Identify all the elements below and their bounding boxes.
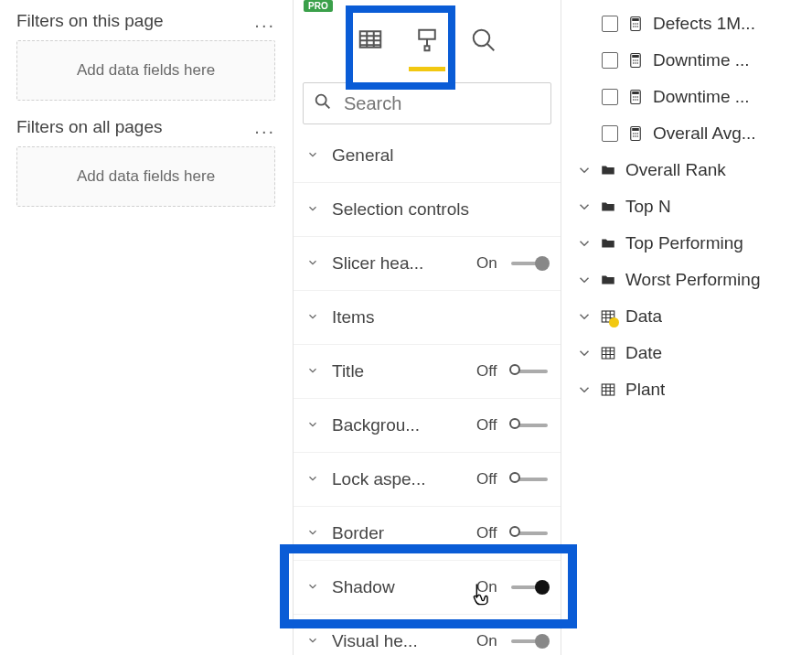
format-section-selection-controls[interactable]: Selection controls — [294, 182, 561, 236]
field-label: Downtime ... — [653, 87, 750, 107]
field-measure[interactable]: Overall Avg... — [571, 115, 803, 152]
field-folder[interactable]: Top N — [571, 188, 803, 225]
folder-icon — [600, 199, 616, 215]
toggle-switch[interactable] — [511, 578, 548, 596]
calculator-icon — [627, 125, 644, 142]
search-icon — [313, 91, 333, 115]
svg-point-23 — [635, 96, 636, 98]
chevron-down-icon — [306, 577, 321, 597]
calculator-icon — [627, 52, 644, 69]
chevron-down-icon[interactable] — [576, 199, 593, 215]
filters-all-dropzone[interactable]: Add data fields here — [16, 146, 275, 207]
field-measure[interactable]: Defects 1M... — [571, 5, 803, 42]
format-section-slicer-hea-[interactable]: Slicer hea...On — [294, 236, 561, 290]
svg-point-31 — [635, 133, 636, 134]
field-folder[interactable]: Overall Rank — [571, 152, 803, 188]
chevron-down-icon — [306, 469, 321, 489]
calculator-icon — [627, 89, 644, 105]
svg-point-30 — [633, 133, 635, 134]
chevron-down-icon[interactable] — [576, 235, 593, 252]
toggle-switch[interactable] — [511, 362, 548, 381]
pro-badge: PRO — [304, 0, 333, 12]
fields-tab-icon[interactable] — [348, 18, 392, 62]
svg-point-10 — [635, 26, 636, 27]
format-section-visual-he-[interactable]: Visual he...On — [294, 614, 561, 655]
format-section-label: Shadow — [332, 577, 476, 597]
format-search-input[interactable] — [342, 92, 541, 115]
toggle-switch[interactable] — [511, 524, 548, 542]
svg-rect-21 — [632, 91, 639, 94]
chevron-down-icon[interactable] — [576, 381, 593, 398]
analytics-tab-icon[interactable] — [462, 18, 506, 62]
format-section-lock-aspe-[interactable]: Lock aspe...Off — [294, 452, 561, 506]
toggle-switch[interactable] — [511, 416, 548, 435]
toggle-state-label: Off — [476, 470, 504, 489]
format-tab-icon[interactable] — [405, 18, 449, 62]
filters-all-drop-hint: Add data fields here — [77, 167, 215, 185]
svg-point-3 — [316, 95, 326, 105]
format-section-general[interactable]: General — [294, 128, 561, 182]
toggle-state-label: Off — [476, 362, 504, 381]
format-search[interactable] — [303, 82, 551, 124]
svg-point-8 — [637, 23, 639, 25]
svg-point-24 — [637, 96, 639, 98]
chevron-down-icon — [306, 253, 321, 274]
field-label: Date — [625, 343, 662, 363]
toggle-switch[interactable] — [511, 254, 548, 273]
field-folder[interactable]: Top Performing — [571, 225, 803, 262]
svg-point-19 — [637, 62, 639, 64]
table-icon — [600, 345, 616, 361]
format-section-shadow[interactable]: ShadowOn — [294, 560, 561, 614]
filters-page-title: Filters on this page — [16, 11, 164, 31]
svg-point-22 — [633, 96, 635, 98]
svg-point-26 — [635, 99, 636, 101]
calculator-icon — [627, 16, 644, 32]
field-checkbox[interactable] — [602, 89, 618, 105]
field-measure[interactable]: Downtime ... — [571, 42, 803, 79]
format-section-backgrou-[interactable]: Backgrou...Off — [294, 398, 561, 452]
toggle-state-label: On — [476, 254, 504, 273]
field-checkbox[interactable] — [602, 16, 618, 32]
field-table[interactable]: Plant — [571, 371, 803, 408]
format-section-label: Items — [332, 307, 548, 328]
chevron-down-icon[interactable] — [576, 308, 593, 325]
svg-point-35 — [637, 135, 639, 137]
field-measure[interactable]: Downtime ... — [571, 79, 803, 115]
field-table[interactable]: Date — [571, 335, 803, 371]
svg-point-33 — [633, 135, 635, 137]
chevron-down-icon — [306, 523, 321, 543]
svg-point-32 — [637, 133, 639, 134]
svg-point-18 — [635, 62, 636, 64]
field-checkbox[interactable] — [602, 125, 618, 142]
table-icon — [600, 381, 616, 398]
filters-page-dropzone[interactable]: Add data fields here — [16, 40, 275, 101]
field-table[interactable]: Data — [571, 298, 803, 335]
filters-pane: Filters on this page ... Add data fields… — [0, 0, 293, 655]
format-pane: GeneralSelection controlsSlicer hea...On… — [293, 0, 561, 655]
filters-page-more-icon[interactable]: ... — [254, 12, 275, 30]
filters-page-drop-hint: Add data fields here — [77, 61, 215, 79]
format-section-items[interactable]: Items — [294, 290, 561, 344]
toggle-switch[interactable] — [511, 632, 548, 650]
chevron-down-icon[interactable] — [576, 345, 593, 361]
format-section-title[interactable]: TitleOff — [294, 344, 561, 398]
field-folder[interactable]: Worst Performing — [571, 262, 803, 298]
table-icon — [600, 308, 616, 325]
svg-rect-29 — [632, 128, 639, 131]
format-section-label: Selection controls — [332, 199, 548, 220]
filters-all-title: Filters on all pages — [16, 117, 162, 137]
filters-all-more-icon[interactable]: ... — [254, 118, 275, 136]
field-label: Top N — [625, 197, 671, 217]
folder-icon — [600, 235, 616, 252]
svg-point-9 — [633, 26, 635, 27]
format-section-border[interactable]: BorderOff — [294, 506, 561, 560]
chevron-down-icon[interactable] — [576, 272, 593, 288]
field-checkbox[interactable] — [602, 52, 618, 69]
folder-icon — [600, 272, 616, 288]
chevron-down-icon[interactable] — [576, 162, 593, 178]
field-label: Top Performing — [625, 233, 743, 253]
chevron-down-icon — [306, 361, 321, 381]
fields-pane: Defects 1M...Downtime ...Downtime ...Ove… — [561, 0, 812, 655]
chevron-down-icon — [306, 631, 321, 651]
toggle-switch[interactable] — [511, 470, 548, 489]
